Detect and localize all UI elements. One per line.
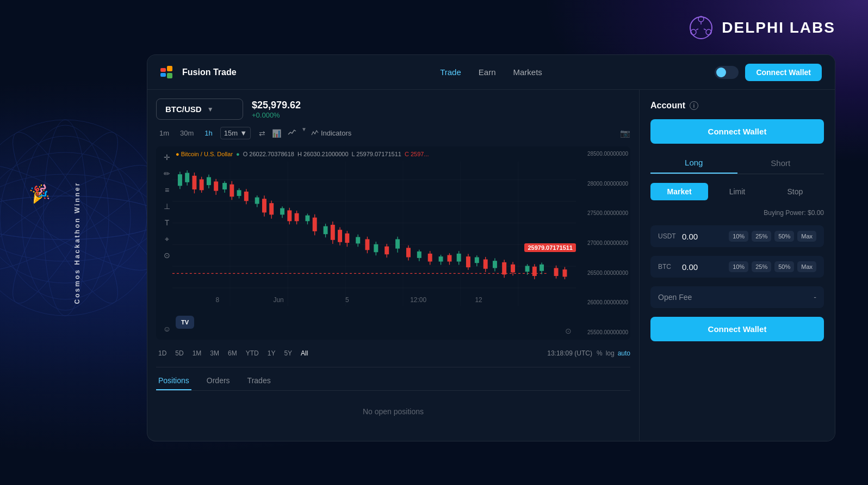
tf-1m[interactable]: 1m [156,127,172,139]
period-1y[interactable]: 1Y [265,348,278,358]
svg-point-11 [0,120,163,316]
order-limit[interactable]: Limit [708,183,766,200]
usdt-25pct[interactable]: 25% [752,231,771,242]
chart-time: 13:18:09 (UTC) [547,349,592,357]
delphi-name: DELPHI LABS [722,19,835,36]
usdt-value[interactable]: 0.00 [682,232,724,241]
svg-rect-20 [160,73,166,77]
tab-positions[interactable]: Positions [156,372,191,390]
svg-text:Jun: Jun [274,296,284,304]
nav-markets[interactable]: Markets [513,67,542,77]
order-market[interactable]: Market [650,183,708,200]
svg-rect-105 [245,192,249,201]
svg-text:12: 12 [475,296,482,304]
btc-25pct[interactable]: 25% [752,261,771,272]
period-1d[interactable]: 1D [156,348,169,358]
tf-1h[interactable]: 1h [201,127,215,139]
y-label-5: 26000.00000000 [578,299,628,305]
svg-rect-117 [295,213,299,220]
theme-toggle-button[interactable] [715,66,739,79]
svg-point-0 [0,196,163,240]
tab-long[interactable]: Long [650,152,737,174]
svg-rect-51 [255,198,259,204]
svg-rect-153 [503,263,506,274]
svg-rect-93 [193,176,196,189]
tab-trades[interactable]: Trades [245,372,273,390]
period-1m[interactable]: 1M [190,348,204,358]
chart-icon-line[interactable] [286,126,298,140]
svg-rect-96 [200,180,203,190]
period-ytd[interactable]: YTD [244,348,261,358]
svg-rect-36 [178,175,182,186]
period-3m[interactable]: 3M [208,348,221,358]
delphi-logo: DELPHI LABS [687,14,835,42]
node-tool[interactable]: ⌖ [160,232,173,245]
account-info-icon[interactable]: i [690,101,698,110]
svg-rect-156 [511,265,515,272]
nav-connect-wallet-button[interactable]: Connect Wallet [745,64,822,81]
period-6m[interactable]: 6M [226,348,239,358]
period-5d[interactable]: 5D [173,348,185,358]
price-value: $25,979.62 [252,100,301,111]
chart-watermark: TV [176,316,194,329]
tab-orders[interactable]: Orders [204,372,232,390]
nav-trade[interactable]: Trade [440,67,461,77]
svg-line-17 [704,29,706,30]
btc-50pct[interactable]: 50% [774,261,794,272]
svg-rect-129 [345,234,349,243]
chart-icon-dropdown-arrow: ▼ [301,126,307,140]
crosshair-tool[interactable]: ✛ [160,151,173,164]
svg-rect-138 [407,248,411,257]
hackathon-emoji: 🎉 [28,182,51,205]
indicators-button[interactable]: Indicators [311,129,351,137]
draw-tool[interactable]: ✏ [160,167,173,180]
nav-earn[interactable]: Earn [479,67,496,77]
measure-tool[interactable]: ⊥ [160,200,173,213]
svg-rect-72 [418,252,421,258]
svg-rect-102 [230,185,234,196]
chart-icons: ⇄ 📊 ▼ [257,126,307,140]
chart-area: ✛ ✏ ≡ ⊥ T ⌖ ⊙ ☺ ● Bitcoin / U.S. Dollar … [156,146,630,340]
open-fee-row: Open Fee - [650,286,824,308]
lines-tool[interactable]: ≡ [160,183,173,197]
y-label-4: 26500.00000000 [578,270,628,276]
pair-selector[interactable]: BTC/USD ▼ [156,99,243,120]
period-all[interactable]: All [299,348,310,358]
open-fee-label: Open Fee [658,293,692,302]
chart-opt-log[interactable]: log [606,349,615,357]
emoji-tool[interactable]: ☺ [160,322,173,335]
tab-short[interactable]: Short [737,152,824,174]
btc-max[interactable]: Max [797,261,816,272]
app-container: Fusion Trade Trade Earn Markets Connect … [147,54,835,441]
svg-point-12 [690,17,712,39]
text-tool[interactable]: T [160,216,173,229]
more-tools[interactable]: ⊙ [160,249,173,262]
btc-10pct[interactable]: 10% [729,261,748,272]
usdt-50pct[interactable]: 50% [774,231,794,242]
svg-point-10 [0,122,133,314]
svg-rect-108 [263,199,266,212]
svg-rect-45 [223,183,227,189]
order-stop[interactable]: Stop [766,183,824,200]
period-5y[interactable]: 5Y [282,348,294,358]
usdt-max[interactable]: Max [797,231,816,242]
btc-value[interactable]: 0.00 [682,262,724,272]
tf-dropdown[interactable]: 15m ▼ [220,127,251,139]
svg-rect-150 [483,260,487,268]
usdt-10pct[interactable]: 10% [729,231,748,242]
svg-text:5: 5 [345,296,349,304]
svg-rect-22 [167,73,172,78]
camera-button[interactable]: 📷 [620,128,630,138]
connect-wallet-bottom-button[interactable]: Connect Wallet [650,317,824,341]
nav-logo-text: Fusion Trade [182,67,237,77]
connect-wallet-top-button[interactable]: Connect Wallet [650,119,824,144]
chart-opt-pct[interactable]: % [597,349,603,357]
buying-power: Buying Power: $0.00 [650,209,824,217]
svg-rect-141 [428,254,432,261]
chart-icon-type[interactable]: 📊 [270,126,283,140]
chart-opt-auto[interactable]: auto [618,349,630,357]
tf-30m[interactable]: 30m [177,127,197,139]
svg-rect-78 [457,254,461,261]
chart-icon-compare[interactable]: ⇄ [257,126,267,140]
svg-rect-84 [493,261,497,268]
